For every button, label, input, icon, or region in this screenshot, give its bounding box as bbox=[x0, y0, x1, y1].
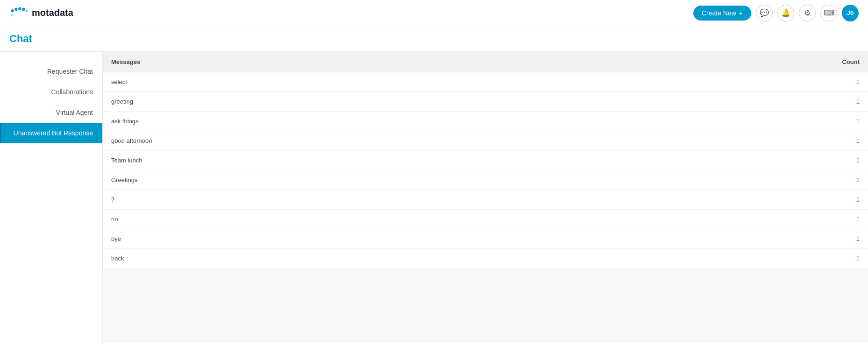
count-cell: 1 bbox=[821, 190, 868, 210]
chat-icon-button[interactable]: 💬 bbox=[756, 5, 773, 21]
avatar-button[interactable]: J0 bbox=[842, 5, 859, 21]
table-row: bye1 bbox=[103, 229, 868, 249]
create-new-button[interactable]: Create New + bbox=[693, 6, 751, 21]
count-cell: 1 bbox=[821, 170, 868, 190]
logo-text: motadata bbox=[32, 7, 73, 18]
count-cell: 1 bbox=[821, 249, 868, 268]
sidebar-item-collaborations[interactable]: Collaborations bbox=[0, 82, 102, 102]
count-cell: 1 bbox=[821, 210, 868, 229]
table-row: no1 bbox=[103, 210, 868, 229]
logo: motadata bbox=[9, 7, 73, 20]
message-cell: ? bbox=[103, 190, 821, 210]
message-cell: ask things bbox=[103, 112, 821, 131]
messages-column-header: Messages bbox=[103, 52, 821, 72]
table-row: Greetings1 bbox=[103, 170, 868, 190]
create-new-label: Create New bbox=[702, 9, 736, 17]
count-cell: 1 bbox=[821, 72, 868, 92]
logo-icon bbox=[9, 7, 28, 20]
bell-icon-button[interactable]: 🔔 bbox=[777, 5, 794, 21]
count-cell: 1 bbox=[821, 92, 868, 112]
chat-icon: 💬 bbox=[760, 8, 769, 17]
messages-table: Messages Count select1greeting1ask thing… bbox=[103, 52, 868, 268]
sidebar-item-virtual-agent[interactable]: Virtual Agent bbox=[0, 102, 102, 123]
svg-point-4 bbox=[25, 9, 28, 12]
table-row: select1 bbox=[103, 72, 868, 92]
sidebar: Requester Chat Collaborations Virtual Ag… bbox=[0, 52, 103, 343]
count-cell: 1 bbox=[821, 151, 868, 170]
svg-point-0 bbox=[11, 9, 14, 12]
message-cell: select bbox=[103, 72, 821, 92]
svg-point-3 bbox=[22, 7, 25, 10]
header: motadata Create New + 💬 🔔 ⚙ ⌨ J0 bbox=[0, 0, 868, 26]
keyboard-icon: ⌨ bbox=[824, 8, 834, 17]
count-cell: 1 bbox=[821, 112, 868, 131]
table-row: ask things1 bbox=[103, 112, 868, 131]
message-cell: Greetings bbox=[103, 170, 821, 190]
count-column-header: Count bbox=[821, 52, 868, 72]
keyboard-icon-button[interactable]: ⌨ bbox=[820, 5, 837, 21]
table-row: greeting1 bbox=[103, 92, 868, 112]
svg-point-5 bbox=[11, 14, 14, 16]
header-actions: Create New + 💬 🔔 ⚙ ⌨ J0 bbox=[693, 5, 859, 21]
gear-icon-button[interactable]: ⚙ bbox=[799, 5, 816, 21]
page-title-bar: Chat bbox=[0, 26, 868, 52]
message-cell: Team lunch bbox=[103, 151, 821, 170]
table-row: Team lunch1 bbox=[103, 151, 868, 170]
sidebar-item-requester-chat[interactable]: Requester Chat bbox=[0, 61, 102, 82]
table-row: back1 bbox=[103, 249, 868, 268]
table-row: ?1 bbox=[103, 190, 868, 210]
count-cell: 1 bbox=[821, 229, 868, 249]
bell-icon: 🔔 bbox=[781, 8, 790, 17]
message-cell: bye bbox=[103, 229, 821, 249]
message-cell: no bbox=[103, 210, 821, 229]
table-row: good afternoon1 bbox=[103, 131, 868, 151]
gear-icon: ⚙ bbox=[804, 8, 811, 17]
message-cell: back bbox=[103, 249, 821, 268]
svg-point-1 bbox=[14, 7, 17, 10]
count-cell: 1 bbox=[821, 131, 868, 151]
page-title: Chat bbox=[9, 33, 32, 44]
plus-icon: + bbox=[739, 9, 743, 17]
main-layout: Requester Chat Collaborations Virtual Ag… bbox=[0, 52, 868, 343]
table-header-row: Messages Count bbox=[103, 52, 868, 72]
content-area: Messages Count select1greeting1ask thing… bbox=[103, 52, 868, 343]
svg-point-2 bbox=[18, 7, 21, 10]
message-cell: good afternoon bbox=[103, 131, 821, 151]
sidebar-item-unanswered-bot-response[interactable]: Unanswered Bot Response bbox=[0, 123, 102, 143]
message-cell: greeting bbox=[103, 92, 821, 112]
